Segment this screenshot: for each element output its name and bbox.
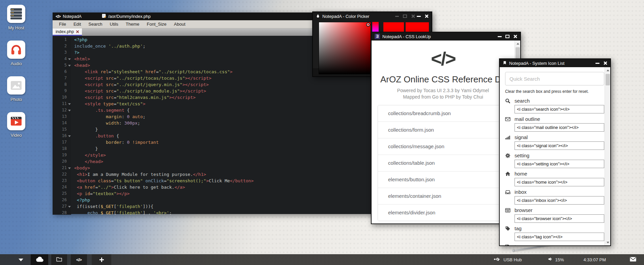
icon-code-input[interactable] [515,141,604,150]
taskbar-add-tile[interactable] [92,254,111,265]
menu-item-font_size[interactable]: Font_Size [143,22,170,27]
line-number: 21 [53,165,71,171]
desktop-icon-photo[interactable]: Photo [4,76,28,102]
scrollbar[interactable] [605,67,610,245]
scroll-up-button[interactable] [605,67,610,73]
line-number: 3 [53,49,71,56]
css-lookup-titlebar[interactable]: Ǝ NotepadA - CSS LookUp [372,32,520,41]
minimize-button[interactable] [417,16,421,17]
code-line[interactable]: 16 .button { [53,133,374,139]
icon-code-input[interactable] [515,123,604,132]
desktop-icon-label: Video [4,133,28,138]
taskbar-file-manager-tile[interactable] [51,254,67,265]
icon-code-input[interactable] [515,160,604,168]
code-line[interactable]: 12 .ts.segment { [53,107,374,113]
color-picker-titlebar[interactable]: NotepadA - Color Picker [313,12,432,20]
icon-list-titlebar[interactable]: NotepadA - System Icon List [500,59,610,67]
code-line[interactable]: 23 <button class="ts button" onClick="sc… [53,178,374,184]
maximize-button[interactable] [505,35,509,38]
menu-item-file[interactable]: File [55,22,70,27]
code-line[interactable]: 20 </head> [53,158,374,165]
mail-outline-icon [505,116,511,122]
css-doc-item[interactable]: collections/form.json [378,122,511,138]
taskbar-cloud-tile[interactable] [31,254,48,265]
code-line[interactable]: 9 <script src="../script/ao_module.js"><… [53,88,374,94]
code-line[interactable]: 27 if(isset($_GET['filepath'])){ [53,203,374,210]
fold-arrow-icon[interactable] [68,167,71,170]
css-doc-item[interactable]: collections/message.json [378,138,511,155]
desktop-root: { "desktop": { "icons": [ {"label": "My … [0,0,644,265]
fold-arrow-icon[interactable] [68,206,71,209]
code-line[interactable]: 11 <style type="text/css"> [53,101,374,107]
app-maximize-icon[interactable] [403,15,407,18]
icon-code-input[interactable] [515,178,604,186]
desktop-icon-my-host[interactable]: My Host [4,5,28,30]
code-line[interactable]: 26 <?php [53,197,374,203]
app-close-icon[interactable] [411,14,415,18]
code-line[interactable]: 14 width: 300px; [53,120,374,126]
usb-status[interactable]: USB Hub [494,257,522,262]
color-cursor[interactable] [366,23,370,27]
taskbar-expand-caret-icon[interactable] [19,259,23,264]
app-minimize-icon[interactable] [395,16,399,17]
icon-code-input[interactable] [515,105,604,113]
close-button[interactable] [513,34,517,38]
icon-entry-setting: setting [505,152,605,168]
scroll-up-button[interactable] [515,41,520,46]
selected-color-swatch[interactable] [383,22,404,32]
minimize-button[interactable] [595,63,599,64]
code-line[interactable]: 18 } [53,145,374,152]
code-line[interactable]: 8 <script src="../script/jquery.min.js">… [53,81,374,88]
code-line[interactable]: 22 <h1>I am a Dummy Module for testing p… [53,171,374,178]
desktop-icon-label: Audio [4,61,28,66]
icon-code-input[interactable] [515,214,604,223]
css-doc-item[interactable]: collections/breadcrumb.json [378,105,511,122]
notepada-app-icon: Ǝ [375,34,380,39]
taskbar-notepada-tile[interactable]: </> [71,254,87,265]
icon-entry-inbox: inbox [505,188,605,205]
code-line[interactable]: 25 <p id="textbox"></p> [53,190,374,197]
fold-arrow-icon[interactable] [68,65,71,68]
icon-code-input[interactable] [515,233,604,241]
fold-arrow-icon[interactable] [68,135,71,138]
fold-arrow-icon[interactable] [68,58,71,61]
code-line[interactable]: 21<body> [53,165,374,171]
css-doc-item[interactable]: elements/container.json [378,188,511,204]
code-line[interactable]: 19 </style> [53,152,374,158]
quick-search-input[interactable] [505,72,604,85]
tab-close-icon[interactable] [76,30,79,33]
code-line[interactable]: 17 border: 0 !important [53,139,374,145]
notifications[interactable] [630,257,637,263]
code-line[interactable]: 15 } [53,126,374,133]
css-doc-item[interactable]: collections/table.json [378,155,511,171]
menu-item-utils[interactable]: Utils [106,22,122,27]
scroll-down-button[interactable] [605,240,610,245]
menu-item-edit[interactable]: Edit [70,22,85,27]
code-line[interactable]: 13 margin: 0 auto; [53,113,374,120]
fold-arrow-icon[interactable] [68,110,71,113]
css-doc-item[interactable]: elements/divider.json [378,204,511,221]
clock[interactable]: 4:33:07 PM [584,257,606,262]
menu-item-search[interactable]: Search [85,22,106,27]
menu-item-about[interactable]: About [170,22,189,27]
speaker-icon [548,257,552,262]
icon-entry-name: inbox [515,189,527,195]
scrollbar-thumb[interactable] [606,74,610,85]
minimize-button[interactable] [498,36,502,37]
preview-color-swatch[interactable] [406,22,429,32]
icon-code-input[interactable] [515,196,604,205]
desktop-icon-audio[interactable]: Audio [4,41,28,66]
desktop-icon-video[interactable]: Video [4,112,28,138]
close-button[interactable] [603,61,607,65]
code-line[interactable]: 28 echo $_GET['filepath'] . '<br>'; [53,210,374,215]
menu-item-theme[interactable]: Theme [122,22,143,27]
close-button[interactable] [425,14,429,18]
css-doc-item[interactable]: elements/button.json [378,171,511,188]
line-number: 16 [53,133,71,139]
code-line[interactable]: 24 <a href="../">Click here to get back.… [53,184,374,190]
tab-index-php[interactable]: index.php [53,28,82,36]
saturation-value-square[interactable] [319,22,371,74]
fold-arrow-icon[interactable] [68,103,71,106]
volume-status[interactable]: 15% [548,257,564,262]
code-line[interactable]: 10 <script src="html2canvas.min.js"></sc… [53,94,374,101]
